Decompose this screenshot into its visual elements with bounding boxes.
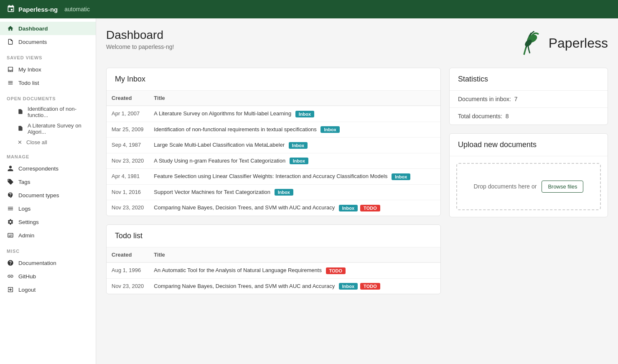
col-created-todo: Created: [107, 247, 149, 262]
row-date: Apr 4, 1981: [107, 169, 149, 185]
paperless-logo-text: Paperless: [549, 36, 608, 51]
drop-text: Drop documents here or: [474, 183, 537, 190]
badge-inbox: Inbox: [320, 126, 339, 133]
tag-icon: [7, 178, 14, 186]
admin-icon: [7, 232, 14, 239]
sidebar-item-document-types[interactable]: Document types: [0, 188, 96, 202]
sidebar-open-doc-1[interactable]: Identification of non-functio...: [0, 104, 96, 120]
browse-files-button[interactable]: Browse files: [542, 181, 583, 193]
row-title: A Literature Survey on Algorithms for Mu…: [149, 106, 440, 122]
logout-icon: [7, 286, 14, 293]
my-inbox-table: Created Title Apr 1, 2007 A Literature S…: [107, 91, 440, 216]
sidebar-item-correspondents[interactable]: Correspondents: [0, 162, 96, 175]
col-title-inbox: Title: [149, 91, 440, 106]
badge-todo: TODO: [360, 205, 380, 211]
close-icon: ✕: [18, 139, 22, 145]
sidebar-item-documents[interactable]: Documents: [0, 35, 96, 48]
row-date: Aug 1, 1996: [107, 262, 149, 278]
todo-list-card: Todo list Created Title Aug 1, 1996 An A…: [106, 224, 441, 294]
topbar-context: automatic: [64, 6, 90, 13]
sidebar-item-todo-list[interactable]: Todo list: [0, 76, 96, 89]
question-icon: [7, 259, 14, 267]
badge-inbox: Inbox: [295, 111, 314, 117]
upload-card: Upload new documents Drop documents here…: [449, 133, 608, 217]
upload-title: Upload new documents: [450, 134, 608, 156]
hash-icon: [7, 191, 14, 199]
sidebar-item-logout[interactable]: Logout: [0, 283, 96, 296]
sidebar-item-logs[interactable]: Logs: [0, 202, 96, 215]
badge-inbox: Inbox: [392, 173, 410, 180]
sidebar: Dashboard Documents SAVED VIEWS My Inbox…: [0, 18, 96, 364]
saved-views-label: SAVED VIEWS: [0, 48, 96, 63]
row-date: Nov 23, 2020: [107, 200, 149, 216]
table-row[interactable]: Nov 1, 2016 Support Vector Machines for …: [107, 184, 440, 200]
paperless-logo-icon: [515, 28, 544, 58]
page-subtitle: Welcome to paperless-ng!: [106, 43, 174, 50]
statistics-title: Statistics: [450, 68, 608, 91]
brand: Paperless-ng: [7, 5, 58, 14]
right-col: Statistics Documents in inbox: 7 Total d…: [449, 68, 608, 294]
table-row[interactable]: Apr 1, 2007 A Literature Survey on Algor…: [107, 106, 440, 122]
main-content: Dashboard Welcome to paperless-ng! Paper…: [96, 18, 618, 364]
stat-docs-inbox: Documents in inbox: 7: [450, 91, 608, 108]
page-header: Dashboard Welcome to paperless-ng! Paper…: [106, 28, 608, 58]
table-row[interactable]: Nov 23, 2020 Comparing Naive Bayes, Deci…: [107, 278, 440, 294]
badge-todo: TODO: [360, 283, 380, 290]
upload-dropzone[interactable]: Drop documents here or Browse files: [456, 163, 601, 210]
page-title-block: Dashboard Welcome to paperless-ng!: [106, 28, 174, 50]
col-created-inbox: Created: [107, 91, 149, 106]
sidebar-item-admin[interactable]: Admin: [0, 229, 96, 242]
my-inbox-card: My Inbox Created Title Apr 1, 2007 A Lit…: [106, 68, 441, 216]
badge-inbox: Inbox: [339, 283, 358, 290]
inbox-icon: [7, 66, 14, 73]
file-icon: [7, 38, 14, 46]
row-title: Identification of non-functional require…: [149, 122, 440, 137]
misc-label: MISC: [0, 242, 96, 256]
person-icon: [7, 165, 14, 172]
open-doc-icon-2: [18, 125, 23, 132]
brand-name: Paperless-ng: [18, 6, 58, 13]
row-date: Mar 25, 2009: [107, 122, 149, 137]
row-title: Support Vector Machines for Text Categor…: [149, 184, 440, 200]
open-documents-label: OPEN DOCUMENTS: [0, 89, 96, 104]
manage-label: MANAGE: [0, 148, 96, 162]
sidebar-item-settings[interactable]: Settings: [0, 215, 96, 229]
link-icon: [7, 272, 14, 280]
left-col: My Inbox Created Title Apr 1, 2007 A Lit…: [106, 68, 441, 294]
row-date: Sep 4, 1987: [107, 137, 149, 153]
row-date: Apr 1, 2007: [107, 106, 149, 122]
page-title: Dashboard: [106, 28, 174, 42]
table-row[interactable]: Apr 4, 1981 Feature Selection using Line…: [107, 169, 440, 185]
home-icon: [7, 25, 14, 32]
table-row[interactable]: Aug 1, 1996 An Automatic Tool for the An…: [107, 262, 440, 278]
table-row[interactable]: Sep 4, 1987 Large Scale Multi-Label Clas…: [107, 137, 440, 153]
badge-inbox: Inbox: [289, 142, 308, 149]
badge-todo: TODO: [326, 267, 346, 274]
table-row[interactable]: Nov 23, 2020 Comparing Naive Bayes, Deci…: [107, 200, 440, 216]
topbar: Paperless-ng automatic: [0, 0, 618, 18]
row-title: A Study Using n-gram Features for Text C…: [149, 153, 440, 169]
paperless-logo: Paperless: [515, 28, 608, 58]
todo-icon: [7, 79, 14, 87]
row-title: An Automatic Tool for the Analysis of Na…: [149, 262, 440, 278]
sidebar-open-doc-2[interactable]: A Literature Survey on Algori...: [0, 120, 96, 137]
col-title-todo: Title: [149, 247, 440, 262]
dashboard-grid: My Inbox Created Title Apr 1, 2007 A Lit…: [106, 68, 608, 294]
sidebar-item-my-inbox[interactable]: My Inbox: [0, 63, 96, 76]
sidebar-item-tags[interactable]: Tags: [0, 175, 96, 188]
stat-total-docs: Total documents: 8: [450, 108, 608, 125]
row-title: Feature Selection using Linear Classifie…: [149, 169, 440, 185]
row-date: Nov 23, 2020: [107, 153, 149, 169]
row-date: Nov 1, 2016: [107, 184, 149, 200]
sidebar-item-documentation[interactable]: Documentation: [0, 256, 96, 270]
row-title: Comparing Naive Bayes, Decision Trees, a…: [149, 200, 440, 216]
badge-inbox: Inbox: [275, 189, 293, 196]
table-row[interactable]: Nov 23, 2020 A Study Using n-gram Featur…: [107, 153, 440, 169]
sidebar-item-github[interactable]: GitHub: [0, 270, 96, 283]
table-row[interactable]: Mar 25, 2009 Identification of non-funct…: [107, 122, 440, 137]
row-title: Large Scale Multi-Label Classification v…: [149, 137, 440, 153]
logs-icon: [7, 205, 14, 212]
row-title: Comparing Naive Bayes, Decision Trees, a…: [149, 278, 440, 294]
sidebar-close-all[interactable]: ✕ Close all: [0, 137, 96, 148]
sidebar-item-dashboard[interactable]: Dashboard: [0, 22, 96, 35]
